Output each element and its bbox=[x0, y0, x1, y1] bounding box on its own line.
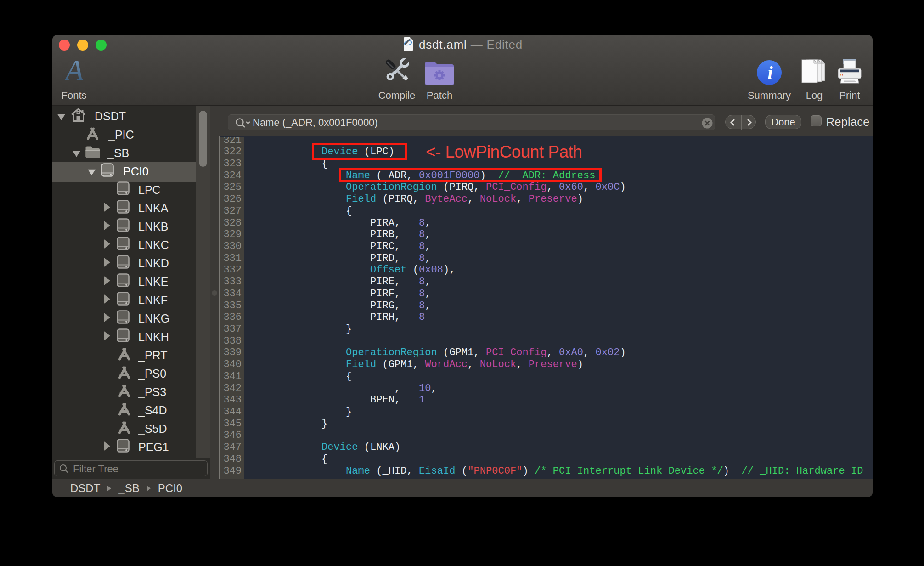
svg-text:A: A bbox=[65, 57, 83, 84]
svg-text:i: i bbox=[767, 62, 773, 83]
